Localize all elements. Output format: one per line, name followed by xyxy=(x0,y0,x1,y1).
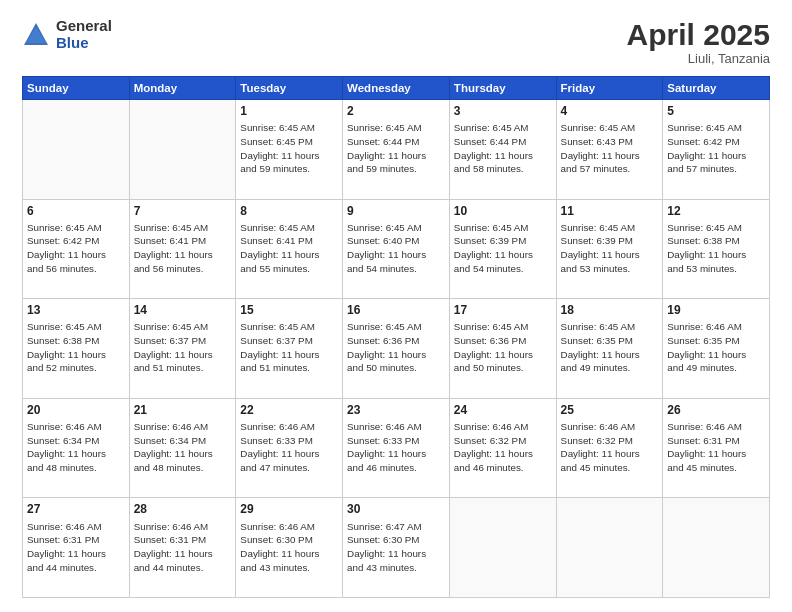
cell-content: Sunrise: 6:45 AMSunset: 6:38 PMDaylight:… xyxy=(27,320,125,375)
day-number: 12 xyxy=(667,203,765,219)
cell-content: Sunrise: 6:46 AMSunset: 6:34 PMDaylight:… xyxy=(134,420,232,475)
col-monday: Monday xyxy=(129,77,236,100)
calendar-cell: 20Sunrise: 6:46 AMSunset: 6:34 PMDayligh… xyxy=(23,398,130,498)
cell-content: Sunrise: 6:46 AMSunset: 6:33 PMDaylight:… xyxy=(240,420,338,475)
day-number: 20 xyxy=(27,402,125,418)
calendar-cell xyxy=(556,498,663,598)
cell-content: Sunrise: 6:45 AMSunset: 6:45 PMDaylight:… xyxy=(240,121,338,176)
calendar-cell: 11Sunrise: 6:45 AMSunset: 6:39 PMDayligh… xyxy=(556,199,663,299)
day-number: 22 xyxy=(240,402,338,418)
calendar-header: Sunday Monday Tuesday Wednesday Thursday… xyxy=(23,77,770,100)
logo-blue-text: Blue xyxy=(56,35,112,52)
calendar-cell: 8Sunrise: 6:45 AMSunset: 6:41 PMDaylight… xyxy=(236,199,343,299)
cell-content: Sunrise: 6:46 AMSunset: 6:31 PMDaylight:… xyxy=(27,520,125,575)
cell-content: Sunrise: 6:45 AMSunset: 6:37 PMDaylight:… xyxy=(134,320,232,375)
calendar-cell: 1Sunrise: 6:45 AMSunset: 6:45 PMDaylight… xyxy=(236,100,343,200)
calendar-week-2: 6Sunrise: 6:45 AMSunset: 6:42 PMDaylight… xyxy=(23,199,770,299)
calendar-cell: 16Sunrise: 6:45 AMSunset: 6:36 PMDayligh… xyxy=(343,299,450,399)
day-number: 18 xyxy=(561,302,659,318)
day-number: 8 xyxy=(240,203,338,219)
day-number: 19 xyxy=(667,302,765,318)
calendar-cell xyxy=(129,100,236,200)
day-number: 3 xyxy=(454,103,552,119)
calendar-cell: 14Sunrise: 6:45 AMSunset: 6:37 PMDayligh… xyxy=(129,299,236,399)
day-number: 24 xyxy=(454,402,552,418)
calendar-cell: 15Sunrise: 6:45 AMSunset: 6:37 PMDayligh… xyxy=(236,299,343,399)
calendar-week-4: 20Sunrise: 6:46 AMSunset: 6:34 PMDayligh… xyxy=(23,398,770,498)
calendar-cell: 6Sunrise: 6:45 AMSunset: 6:42 PMDaylight… xyxy=(23,199,130,299)
col-thursday: Thursday xyxy=(449,77,556,100)
calendar-cell: 26Sunrise: 6:46 AMSunset: 6:31 PMDayligh… xyxy=(663,398,770,498)
day-number: 21 xyxy=(134,402,232,418)
title-block: April 2025 Liuli, Tanzania xyxy=(627,18,770,66)
calendar-cell: 27Sunrise: 6:46 AMSunset: 6:31 PMDayligh… xyxy=(23,498,130,598)
day-number: 27 xyxy=(27,501,125,517)
day-number: 16 xyxy=(347,302,445,318)
day-number: 4 xyxy=(561,103,659,119)
day-number: 14 xyxy=(134,302,232,318)
cell-content: Sunrise: 6:45 AMSunset: 6:35 PMDaylight:… xyxy=(561,320,659,375)
cell-content: Sunrise: 6:45 AMSunset: 6:36 PMDaylight:… xyxy=(347,320,445,375)
cell-content: Sunrise: 6:45 AMSunset: 6:39 PMDaylight:… xyxy=(454,221,552,276)
col-tuesday: Tuesday xyxy=(236,77,343,100)
cell-content: Sunrise: 6:47 AMSunset: 6:30 PMDaylight:… xyxy=(347,520,445,575)
cell-content: Sunrise: 6:46 AMSunset: 6:31 PMDaylight:… xyxy=(134,520,232,575)
cell-content: Sunrise: 6:45 AMSunset: 6:44 PMDaylight:… xyxy=(454,121,552,176)
cell-content: Sunrise: 6:45 AMSunset: 6:44 PMDaylight:… xyxy=(347,121,445,176)
cell-content: Sunrise: 6:46 AMSunset: 6:30 PMDaylight:… xyxy=(240,520,338,575)
day-number: 29 xyxy=(240,501,338,517)
calendar-cell: 29Sunrise: 6:46 AMSunset: 6:30 PMDayligh… xyxy=(236,498,343,598)
col-saturday: Saturday xyxy=(663,77,770,100)
day-number: 17 xyxy=(454,302,552,318)
calendar-cell: 18Sunrise: 6:45 AMSunset: 6:35 PMDayligh… xyxy=(556,299,663,399)
day-number: 28 xyxy=(134,501,232,517)
cell-content: Sunrise: 6:45 AMSunset: 6:38 PMDaylight:… xyxy=(667,221,765,276)
logo: General Blue xyxy=(22,18,112,51)
cell-content: Sunrise: 6:45 AMSunset: 6:40 PMDaylight:… xyxy=(347,221,445,276)
day-number: 13 xyxy=(27,302,125,318)
cell-content: Sunrise: 6:46 AMSunset: 6:31 PMDaylight:… xyxy=(667,420,765,475)
calendar-body: 1Sunrise: 6:45 AMSunset: 6:45 PMDaylight… xyxy=(23,100,770,598)
calendar-cell: 22Sunrise: 6:46 AMSunset: 6:33 PMDayligh… xyxy=(236,398,343,498)
cell-content: Sunrise: 6:45 AMSunset: 6:42 PMDaylight:… xyxy=(27,221,125,276)
page: General Blue April 2025 Liuli, Tanzania … xyxy=(0,0,792,612)
calendar-cell: 17Sunrise: 6:45 AMSunset: 6:36 PMDayligh… xyxy=(449,299,556,399)
logo-general-text: General xyxy=(56,18,112,35)
calendar-cell xyxy=(663,498,770,598)
svg-marker-1 xyxy=(26,27,46,43)
day-number: 10 xyxy=(454,203,552,219)
cell-content: Sunrise: 6:46 AMSunset: 6:33 PMDaylight:… xyxy=(347,420,445,475)
calendar-week-1: 1Sunrise: 6:45 AMSunset: 6:45 PMDaylight… xyxy=(23,100,770,200)
day-number: 2 xyxy=(347,103,445,119)
calendar-cell: 7Sunrise: 6:45 AMSunset: 6:41 PMDaylight… xyxy=(129,199,236,299)
day-number: 6 xyxy=(27,203,125,219)
calendar-cell: 23Sunrise: 6:46 AMSunset: 6:33 PMDayligh… xyxy=(343,398,450,498)
col-sunday: Sunday xyxy=(23,77,130,100)
cell-content: Sunrise: 6:45 AMSunset: 6:43 PMDaylight:… xyxy=(561,121,659,176)
calendar-cell: 3Sunrise: 6:45 AMSunset: 6:44 PMDaylight… xyxy=(449,100,556,200)
day-number: 11 xyxy=(561,203,659,219)
calendar-cell xyxy=(449,498,556,598)
calendar-cell: 5Sunrise: 6:45 AMSunset: 6:42 PMDaylight… xyxy=(663,100,770,200)
logo-icon xyxy=(22,21,50,49)
calendar-cell: 21Sunrise: 6:46 AMSunset: 6:34 PMDayligh… xyxy=(129,398,236,498)
day-number: 23 xyxy=(347,402,445,418)
month-title: April 2025 xyxy=(627,18,770,51)
calendar-cell: 12Sunrise: 6:45 AMSunset: 6:38 PMDayligh… xyxy=(663,199,770,299)
calendar-cell: 2Sunrise: 6:45 AMSunset: 6:44 PMDaylight… xyxy=(343,100,450,200)
calendar-cell: 24Sunrise: 6:46 AMSunset: 6:32 PMDayligh… xyxy=(449,398,556,498)
calendar-cell: 19Sunrise: 6:46 AMSunset: 6:35 PMDayligh… xyxy=(663,299,770,399)
calendar-cell: 9Sunrise: 6:45 AMSunset: 6:40 PMDaylight… xyxy=(343,199,450,299)
calendar-cell: 13Sunrise: 6:45 AMSunset: 6:38 PMDayligh… xyxy=(23,299,130,399)
day-number: 26 xyxy=(667,402,765,418)
calendar-cell: 25Sunrise: 6:46 AMSunset: 6:32 PMDayligh… xyxy=(556,398,663,498)
calendar-cell xyxy=(23,100,130,200)
calendar-cell: 30Sunrise: 6:47 AMSunset: 6:30 PMDayligh… xyxy=(343,498,450,598)
header: General Blue April 2025 Liuli, Tanzania xyxy=(22,18,770,66)
day-number: 25 xyxy=(561,402,659,418)
col-friday: Friday xyxy=(556,77,663,100)
cell-content: Sunrise: 6:45 AMSunset: 6:42 PMDaylight:… xyxy=(667,121,765,176)
day-number: 15 xyxy=(240,302,338,318)
cell-content: Sunrise: 6:45 AMSunset: 6:36 PMDaylight:… xyxy=(454,320,552,375)
calendar-week-5: 27Sunrise: 6:46 AMSunset: 6:31 PMDayligh… xyxy=(23,498,770,598)
